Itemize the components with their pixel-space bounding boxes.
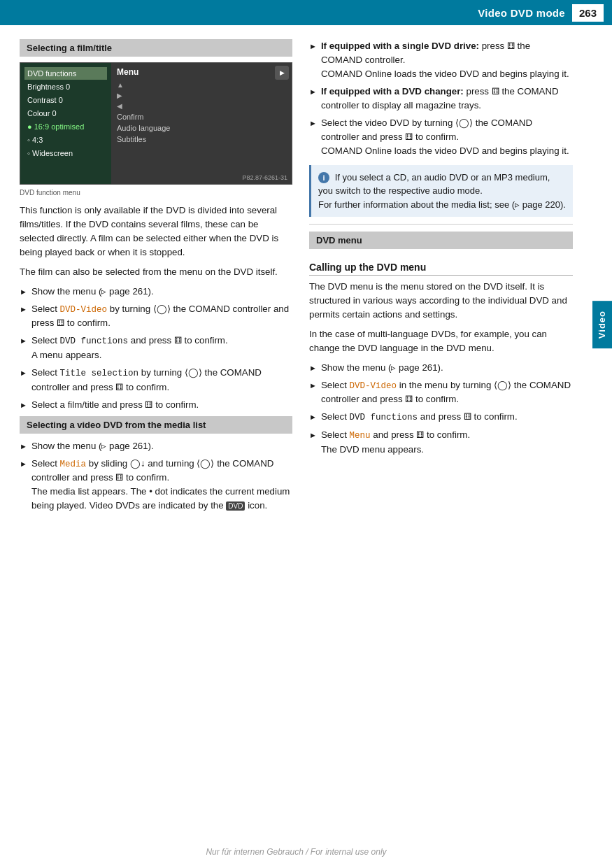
main-content: Selecting a film/title DVD functions Bri… (0, 25, 592, 545)
list-item: ► Select Media by sliding ◯↓ and turning… (20, 457, 292, 513)
list-item-text: Select a film/title and press ⚅ to confi… (31, 398, 199, 412)
dvd-menu-item: DVD functions (24, 67, 107, 80)
list-item-text: Show the menu (▹ page 261). (321, 361, 443, 375)
dvd-menu-item: Brightness 0 (24, 80, 107, 93)
list-item: ► Select DVD functions and press ⚅ to co… (20, 334, 292, 362)
dvd-menu-item: ◦ Widescreen (24, 147, 107, 159)
header-bar: Video DVD mode 263 (0, 0, 612, 25)
list-item-text: Select DVD functions and press ⚅ to conf… (31, 334, 228, 362)
list-item: ► If equipped with a DVD changer: press … (309, 85, 573, 113)
dvd-corner-button: ▶ (275, 66, 289, 80)
dvd-menu-item: ◦ 4:3 (24, 134, 107, 146)
arrow-icon: ► (309, 380, 317, 392)
list-item-text: Select Media by sliding ◯↓ and turning ⟨… (31, 457, 292, 513)
right-column: ► If equipped with a single DVD drive: p… (309, 39, 573, 517)
arrow-icon: ► (20, 458, 27, 470)
divider (309, 224, 573, 225)
list-item-text: If equipped with a DVD changer: press ⚅ … (321, 85, 573, 113)
body-text-2: The film can also be selected from the m… (20, 265, 292, 279)
list-item: ► Select a film/title and press ⚅ to con… (20, 398, 292, 412)
bullet-list-right-1: ► If equipped with a single DVD drive: p… (309, 39, 573, 158)
arrow-icon: ► (309, 86, 317, 98)
arrow-icon: ► (20, 286, 27, 298)
list-item: ► Select the video DVD by turning ⟨◯⟩ th… (309, 116, 573, 158)
list-item-text: Select DVD functions and press ⚅ to conf… (321, 410, 518, 425)
info-text: If you select a CD, an audio DVD or an M… (318, 172, 566, 210)
list-item-text: Select Title selection by turning ⟨◯⟩ th… (31, 366, 292, 394)
left-column: Selecting a film/title DVD functions Bri… (20, 39, 292, 517)
arrow-icon: ► (309, 118, 317, 129)
list-item: ► Select DVD-Video by turning ⟨◯⟩ the CO… (20, 302, 292, 331)
dvd-menu-item: Contrast 0 (24, 94, 107, 106)
dvd-menu-subheading: Calling up the DVD menu (309, 262, 573, 276)
arrow-icon: ► (20, 335, 27, 347)
list-item: ► If equipped with a single DVD drive: p… (309, 39, 573, 81)
section1-header: Selecting a film/title (20, 39, 292, 57)
list-item: ► Select DVD-Video in the menu by turnin… (309, 378, 573, 407)
dvd-menu-image: DVD functions Brightness 0 Contrast 0 Co… (20, 62, 292, 185)
arrow-icon: ► (309, 41, 317, 52)
bullet-list-1: ► Show the menu (▹ page 261). ► Select D… (20, 285, 292, 412)
dvd-menu-title: Menu (117, 67, 286, 77)
list-item: ► Show the menu (▹ page 261). (20, 439, 292, 453)
arrow-icon: ► (20, 304, 27, 315)
dvd-menu-item: Confirm (117, 111, 286, 122)
side-tab: Video (592, 301, 612, 348)
dvd-menu-item: ● 16:9 optimised (24, 120, 107, 133)
page-number: 263 (572, 4, 604, 22)
section2-header: Selecting a video DVD from the media lis… (20, 416, 292, 434)
list-item-text: Select Menu and press ⚅ to confirm.The D… (321, 428, 470, 457)
arrow-icon: ► (309, 429, 317, 441)
dvd-menu-item: Subtitles (117, 134, 286, 145)
list-item: ► Select Title selection by turning ⟨◯⟩ … (20, 366, 292, 394)
list-item-text: Show the menu (▹ page 261). (31, 285, 154, 299)
list-item-text: Select DVD-Video in the menu by turning … (321, 378, 573, 407)
footer-watermark: Nur für internen Gebrauch / For internal… (0, 847, 592, 857)
list-item-text: If equipped with a single DVD drive: pre… (321, 39, 573, 81)
dvd-menu-right-panel: Menu ▲ ▶ ◀ Confirm Audio language Subtit… (111, 63, 292, 184)
list-item: ► Select Menu and press ⚅ to confirm.The… (309, 428, 573, 457)
list-item-text: Show the menu (▹ page 261). (31, 439, 154, 453)
dvd-menu-body2: In the case of multi-language DVDs, for … (309, 327, 573, 355)
body-text-1: This function is only available if the D… (20, 204, 292, 259)
bullet-list-dvd: ► Show the menu (▹ page 261). ► Select D… (309, 361, 573, 457)
dvd-menu-item: ▲ (117, 80, 286, 90)
dvd-image-label: DVD function menu (20, 189, 292, 197)
info-box: i If you select a CD, an audio DVD or an… (309, 165, 573, 218)
list-item: ► Show the menu (▹ page 261). (309, 361, 573, 375)
page-title: Video DVD mode (478, 7, 565, 19)
info-icon: i (318, 172, 329, 183)
list-item-text: Select the video DVD by turning ⟨◯⟩ the … (321, 116, 573, 158)
bullet-list-2: ► Show the menu (▹ page 261). ► Select M… (20, 439, 292, 513)
list-item: ► Select DVD functions and press ⚅ to co… (309, 410, 573, 425)
dvd-image-code: P82.87-6261-31 (242, 174, 287, 181)
list-item: ► Show the menu (▹ page 261). (20, 285, 292, 299)
dvd-menu-body1: The DVD menu is the menu stored on the D… (309, 280, 573, 322)
dvd-menu-left-panel: DVD functions Brightness 0 Contrast 0 Co… (20, 63, 111, 184)
arrow-icon: ► (309, 362, 317, 374)
arrow-icon: ► (20, 399, 27, 411)
arrow-icon: ► (20, 367, 27, 379)
dvd-menu-item: Colour 0 (24, 107, 107, 120)
list-item-text: Select DVD-Video by turning ⟨◯⟩ the COMA… (31, 302, 292, 331)
arrow-icon: ► (309, 411, 317, 423)
dvd-menu-item: ◀ (117, 101, 286, 111)
section3-header: DVD menu (309, 232, 573, 249)
dvd-menu-item: Audio language (117, 122, 286, 134)
arrow-icon: ► (20, 441, 27, 453)
dvd-menu-item: ▶ (117, 90, 286, 101)
